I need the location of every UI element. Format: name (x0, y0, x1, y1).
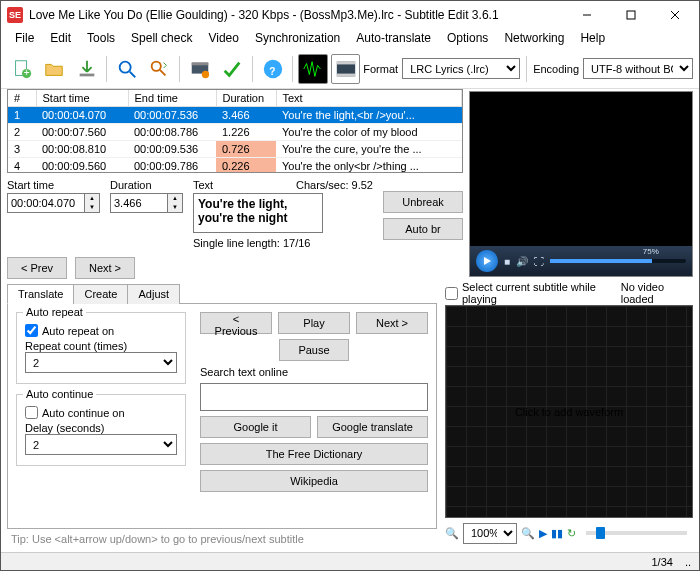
translate-pause-button[interactable]: Pause (279, 339, 349, 361)
svg-rect-19 (336, 73, 354, 76)
auto-repeat-checkbox[interactable] (25, 324, 38, 337)
titlebar: SE Love Me Like You Do (Ellie Goulding) … (1, 1, 699, 29)
video-panel[interactable]: ■ 🔊 ⛶ 75% (469, 91, 693, 277)
text-input[interactable]: You're the light, you're the night (193, 193, 323, 233)
menu-edit[interactable]: Edit (42, 29, 79, 49)
waveform-icon[interactable] (298, 54, 327, 84)
prev-button[interactable]: < Prev (7, 257, 67, 279)
save-file-icon[interactable] (72, 54, 101, 84)
menu-help[interactable]: Help (572, 29, 613, 49)
video-controls: ■ 🔊 ⛶ 75% (470, 246, 692, 276)
menu-autotranslate[interactable]: Auto-translate (348, 29, 439, 49)
svg-point-10 (152, 61, 161, 70)
svg-rect-7 (79, 73, 94, 76)
google-translate-button[interactable]: Google translate (317, 416, 428, 438)
bars-icon[interactable]: ▮▮ (551, 527, 563, 540)
format-select[interactable]: LRC Lyrics (.lrc) (402, 58, 520, 79)
speed-slider[interactable] (586, 531, 687, 535)
table-row[interactable]: 300:00:08.81000:00:09.5360.726You're the… (8, 141, 462, 158)
new-file-icon[interactable]: + (7, 54, 36, 84)
col-end[interactable]: End time (128, 90, 216, 107)
stop-icon[interactable]: ■ (504, 256, 510, 267)
col-num[interactable]: # (8, 90, 36, 107)
translate-prev-button[interactable]: < Previous (200, 312, 272, 334)
status-bar: 1/34 .. (1, 552, 699, 570)
freedict-button[interactable]: The Free Dictionary (200, 443, 428, 465)
start-time-input[interactable] (7, 193, 85, 213)
video-progress[interactable]: 75% (550, 259, 686, 263)
start-time-label: Start time (7, 179, 100, 191)
menu-bar: File Edit Tools Spell check Video Synchr… (1, 29, 699, 49)
zoom-select[interactable]: 100% (463, 523, 517, 544)
close-button[interactable] (653, 1, 697, 29)
find-icon[interactable] (112, 54, 141, 84)
spellcheck-icon[interactable] (218, 54, 247, 84)
select-current-checkbox[interactable] (445, 287, 458, 300)
minimize-button[interactable] (565, 1, 609, 29)
svg-rect-1 (627, 11, 635, 19)
toolbar: + ? Format LRC Lyrics (.lrc) Encoding UT… (1, 49, 699, 89)
svg-point-14 (202, 70, 209, 77)
svg-marker-20 (484, 257, 491, 265)
menu-spellcheck[interactable]: Spell check (123, 29, 200, 49)
tab-translate[interactable]: Translate (7, 284, 74, 304)
next-button[interactable]: Next > (75, 257, 135, 279)
zoom-in-icon[interactable]: 🔍 (521, 527, 535, 540)
table-row[interactable]: 100:00:04.07000:00:07.5363.466You're the… (8, 107, 462, 124)
auto-continue-checkbox[interactable] (25, 406, 38, 419)
subtitle-grid[interactable]: # Start time End time Duration Text 100:… (7, 89, 463, 173)
svg-rect-13 (192, 62, 209, 65)
volume-icon[interactable]: 🔊 (516, 256, 528, 267)
menu-tools[interactable]: Tools (79, 29, 123, 49)
col-text[interactable]: Text (276, 90, 462, 107)
duration-input[interactable] (110, 193, 168, 213)
svg-line-11 (160, 69, 166, 75)
auto-repeat-group: Auto repeat Auto repeat on Repeat count … (16, 312, 186, 384)
window-title: Love Me Like You Do (Ellie Goulding) - 3… (29, 8, 565, 22)
format-label: Format (363, 63, 398, 75)
help-icon[interactable]: ? (258, 54, 287, 84)
delay-select[interactable]: 2 (25, 434, 177, 455)
open-file-icon[interactable] (39, 54, 68, 84)
unbreak-button[interactable]: Unbreak (383, 191, 463, 213)
table-row[interactable]: 400:00:09.56000:00:09.7860.226You're the… (8, 158, 462, 174)
encoding-select[interactable]: UTF-8 without BOM (583, 58, 693, 79)
fullscreen-icon[interactable]: ⛶ (534, 256, 544, 267)
waveform-panel[interactable]: Click to add waveform (445, 305, 693, 518)
col-dur[interactable]: Duration (216, 90, 276, 107)
no-video-label: No video loaded (621, 281, 693, 305)
search-online-label: Search text online (200, 366, 428, 378)
play-icon[interactable] (476, 250, 498, 272)
app-logo: SE (7, 7, 23, 23)
menu-sync[interactable]: Synchronization (247, 29, 348, 49)
google-button[interactable]: Google it (200, 416, 311, 438)
zoom-out-icon[interactable]: 🔍 (445, 527, 459, 540)
visual-sync-icon[interactable] (185, 54, 214, 84)
col-start[interactable]: Start time (36, 90, 128, 107)
maximize-button[interactable] (609, 1, 653, 29)
tab-create[interactable]: Create (73, 284, 128, 304)
play-small-icon[interactable]: ▶ (539, 527, 547, 540)
search-online-input[interactable] (200, 383, 428, 411)
status-counter: 1/34 (651, 556, 672, 568)
video-icon[interactable] (331, 54, 360, 84)
tab-adjust[interactable]: Adjust (127, 284, 180, 304)
repeat-count-select[interactable]: 2 (25, 352, 177, 373)
translate-play-button[interactable]: Play (278, 312, 350, 334)
table-row[interactable]: 200:00:07.56000:00:08.7861.226You're the… (8, 124, 462, 141)
svg-point-8 (120, 61, 131, 72)
start-time-spinner[interactable]: ▲▼ (85, 193, 100, 213)
loop-icon[interactable]: ↻ (567, 527, 576, 540)
autobr-button[interactable]: Auto br (383, 218, 463, 240)
duration-label: Duration (110, 179, 183, 191)
menu-options[interactable]: Options (439, 29, 496, 49)
menu-video[interactable]: Video (200, 29, 246, 49)
wikipedia-button[interactable]: Wikipedia (200, 470, 428, 492)
tip-text: Tip: Use <alt+arrow up/down> to go to pr… (7, 533, 437, 545)
replace-icon[interactable] (145, 54, 174, 84)
svg-rect-18 (336, 61, 354, 64)
menu-file[interactable]: File (7, 29, 42, 49)
menu-networking[interactable]: Networking (496, 29, 572, 49)
duration-spinner[interactable]: ▲▼ (168, 193, 183, 213)
translate-next-button[interactable]: Next > (356, 312, 428, 334)
